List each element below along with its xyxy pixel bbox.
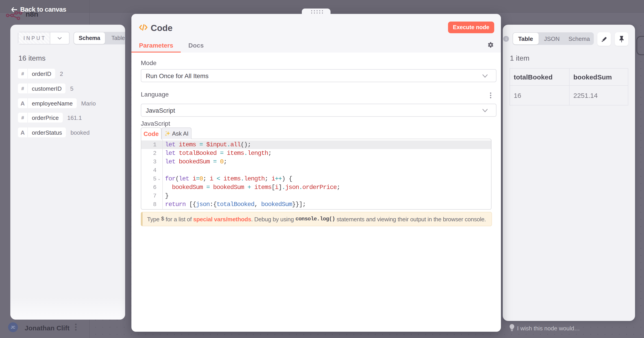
- svg-text:i: i: [506, 37, 506, 41]
